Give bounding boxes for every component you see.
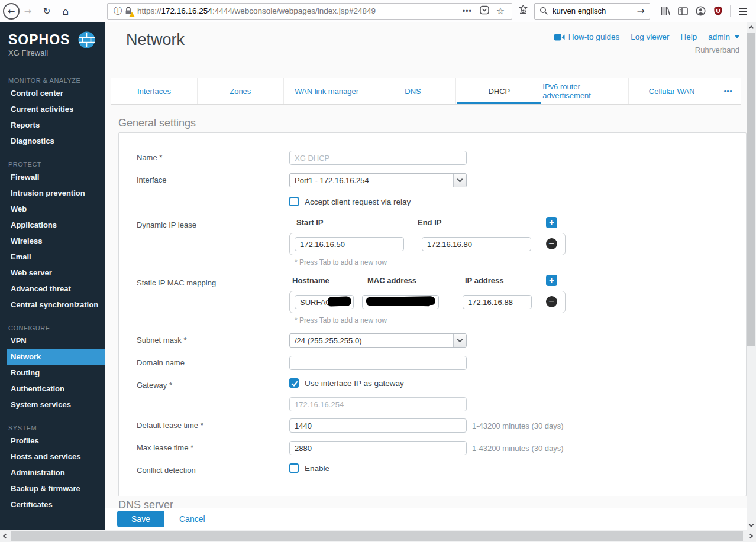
tab-more-icon[interactable]: ••• [715, 78, 741, 104]
bookmarks-menu-icon[interactable] [518, 5, 528, 17]
scroll-down-icon[interactable] [747, 521, 756, 530]
max-lease-hint: 1-43200 minutes (30 days) [472, 441, 564, 453]
gateway-checkbox[interactable] [289, 378, 299, 388]
horizontal-scrollbar[interactable] [0, 530, 756, 542]
mac-header: MAC address [367, 276, 416, 285]
start-ip-input[interactable] [295, 237, 404, 251]
home-icon[interactable]: ⌂ [59, 5, 73, 17]
sidebar-item-advanced-threat[interactable]: Advanced threat [7, 281, 105, 297]
scroll-left-icon[interactable] [0, 531, 9, 541]
domain-name-input[interactable] [289, 356, 467, 370]
tab-dhcp[interactable]: DHCP [455, 78, 542, 104]
sidebar-item-firewall[interactable]: Firewall [7, 169, 105, 185]
cancel-button[interactable]: Cancel [179, 514, 205, 524]
interface-label: Interface [137, 173, 289, 184]
end-ip-input[interactable] [422, 237, 531, 251]
add-row-icon[interactable]: + [546, 275, 557, 286]
sidebar-item-profiles[interactable]: Profiles [7, 433, 105, 449]
insecure-lock-icon[interactable] [124, 7, 133, 16]
reload-icon[interactable]: ↻ [40, 6, 54, 17]
save-button[interactable]: Save [117, 511, 164, 527]
vertical-scrollbar[interactable] [747, 22, 756, 530]
ublock-icon[interactable] [709, 6, 727, 16]
sidebar-item-system-services[interactable]: System services [7, 397, 105, 413]
tab-cellular-wan[interactable]: Cellular WAN [628, 78, 715, 104]
tab-zones[interactable]: Zones [197, 78, 283, 104]
help-link[interactable]: Help [680, 33, 697, 41]
bookmark-star-icon[interactable]: ☆ [496, 5, 505, 17]
sidebar-item-administration[interactable]: Administration [7, 465, 105, 481]
sidebar-item-routing[interactable]: Routing [7, 365, 105, 381]
sidebar-item-current-activities[interactable]: Current activities [7, 101, 105, 117]
sidebar-item-email[interactable]: Email [7, 249, 105, 265]
tab-interfaces[interactable]: Interfaces [111, 78, 197, 104]
sidebar-item-certificates[interactable]: Certificates [7, 496, 105, 512]
sidebar-item-wireless[interactable]: Wireless [7, 233, 105, 249]
sidebar-item-backup-firmware[interactable]: Backup & firmware [7, 481, 105, 496]
dynamic-lease-label: Dynamic IP lease [137, 218, 289, 229]
domain-name-label: Domain name [137, 356, 289, 367]
sidebar-section-monitor-analyze: MONITOR & ANALYZE [0, 77, 105, 85]
sidebar-item-vpn[interactable]: VPN [7, 333, 105, 349]
end-ip-header: End IP [418, 218, 441, 227]
select-chevron-icon [453, 334, 466, 347]
library-icon[interactable] [656, 7, 674, 15]
search-bar[interactable]: kurven englisch → [534, 3, 650, 20]
url-bar[interactable]: ⓘ https://172.16.16.254:4444/webconsole/… [107, 3, 512, 20]
subnet-mask-label: Subnet mask * [137, 333, 289, 345]
log-viewer-link[interactable]: Log viewer [631, 33, 669, 41]
tab-dns[interactable]: DNS [370, 78, 456, 104]
remove-row-icon[interactable]: − [546, 296, 557, 307]
back-icon[interactable]: ← [3, 3, 20, 20]
default-lease-hint: 1-43200 minutes (30 days) [472, 418, 564, 430]
sidebars-icon[interactable] [674, 7, 692, 15]
scroll-right-icon[interactable] [747, 531, 756, 541]
max-lease-input[interactable] [289, 441, 467, 455]
horizontal-scrollbar-thumb[interactable] [11, 531, 743, 541]
search-go-icon[interactable]: → [635, 5, 650, 17]
sidebar: SOPHOS XG Firewall MONITOR & ANALYZECont… [0, 22, 105, 530]
general-settings-card: Name * Interface Port1 - 172.16.16.254 A… [118, 132, 747, 496]
browser-toolbar: ← → ↻ ⌂ ⓘ https://172.16.16.254:4444/web… [0, 0, 756, 22]
default-lease-input[interactable] [289, 418, 467, 433]
howto-guides-link[interactable]: How-to guides [554, 33, 619, 41]
menu-icon[interactable] [734, 8, 752, 15]
tab-row-hint: * Press Tab to add a new row [295, 316, 566, 324]
relay-checkbox[interactable] [289, 197, 299, 206]
hostname-header: Hostname [292, 276, 329, 285]
sidebar-item-authentication[interactable]: Authentication [7, 381, 105, 397]
site-info-icon[interactable]: ⓘ [114, 6, 122, 17]
sidebar-section-configure: CONFIGURE [0, 324, 105, 333]
tab-wan-link-manager[interactable]: WAN link manager [283, 78, 370, 104]
search-input[interactable]: kurven englisch [553, 7, 635, 15]
scroll-up-icon[interactable] [747, 22, 756, 32]
static-mapping-label: Static IP MAC mapping [137, 276, 289, 287]
sidebar-item-web-server[interactable]: Web server [7, 265, 105, 281]
static-ip-input[interactable] [463, 295, 532, 309]
static-mapping-group: Hostname MAC address IP address + [289, 276, 566, 324]
sidebar-item-hosts-and-services[interactable]: Hosts and services [7, 449, 105, 465]
vertical-scrollbar-thumb[interactable] [747, 33, 755, 346]
conflict-checkbox[interactable] [289, 463, 299, 473]
sidebar-section-protect: PROTECT [0, 161, 105, 169]
remove-row-icon[interactable]: − [546, 238, 557, 249]
dns-server-heading: DNS server [118, 499, 173, 508]
sidebar-item-applications[interactable]: Applications [7, 217, 105, 233]
sidebar-item-diagnostics[interactable]: Diagnostics [7, 133, 105, 149]
interface-select[interactable]: Port1 - 172.16.16.254 [289, 173, 467, 187]
sidebar-item-central-synchronization[interactable]: Central synchronization [7, 297, 105, 313]
account-icon[interactable] [692, 6, 709, 16]
tab-ipv6-router-advertisement[interactable]: IPv6 router advertisement [542, 78, 628, 104]
sidebar-item-intrusion-prevention[interactable]: Intrusion prevention [7, 185, 105, 201]
subnet-mask-select[interactable]: /24 (255.255.255.0) [289, 333, 467, 348]
pocket-icon[interactable] [480, 5, 489, 17]
sidebar-item-control-center[interactable]: Control center [7, 85, 105, 101]
forward-icon[interactable]: → [21, 6, 35, 17]
admin-menu[interactable]: admin [708, 33, 739, 41]
sidebar-item-web[interactable]: Web [7, 201, 105, 217]
page-actions-icon[interactable]: ••• [463, 7, 472, 15]
name-input[interactable] [289, 151, 467, 165]
sidebar-item-reports[interactable]: Reports [7, 117, 105, 133]
add-row-icon[interactable]: + [546, 217, 557, 228]
sidebar-item-network[interactable]: Network [7, 349, 105, 365]
